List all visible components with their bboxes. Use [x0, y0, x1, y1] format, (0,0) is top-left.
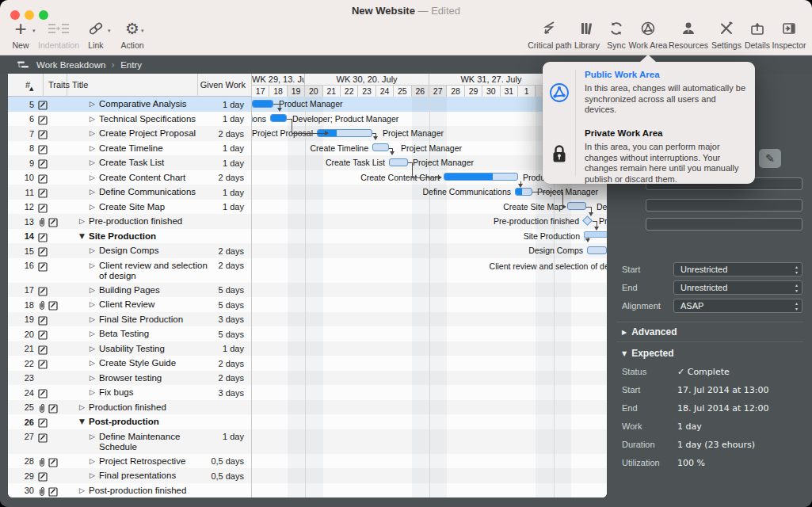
dependency-arrow-icon	[390, 151, 395, 155]
day-header-cell: 30	[482, 86, 500, 97]
app-window: New Website — Edited + ▾ New Indentation…	[0, 0, 812, 507]
resources-button[interactable]: Resources	[665, 19, 712, 51]
disclosure-collapsed-icon[interactable]: ▷	[90, 374, 95, 382]
row-title: Post-production	[89, 417, 159, 428]
edit-note-button[interactable]: ✎	[759, 149, 781, 168]
note-icon[interactable]	[38, 432, 48, 446]
end-dropdown[interactable]: Unrestricted ▴▾	[673, 280, 802, 295]
gantt-milestone[interactable]	[582, 215, 593, 226]
row-number: 30	[10, 486, 34, 495]
inspector-field-3[interactable]	[646, 218, 802, 231]
gantt-bar[interactable]	[372, 143, 389, 151]
disclosure-collapsed-icon[interactable]: ▷	[90, 115, 95, 123]
disclosure-expanded-icon[interactable]: ▼	[79, 232, 85, 240]
day-header-cell: 28	[447, 86, 464, 97]
start-dropdown[interactable]: Unrestricted ▴▾	[673, 262, 802, 276]
attachment-icon[interactable]	[38, 486, 47, 498]
gantt-bar[interactable]	[270, 114, 287, 122]
gantt-bar[interactable]	[444, 173, 518, 181]
row-given-work: 3 days	[198, 388, 244, 398]
table-gantt-divider[interactable]	[251, 74, 252, 497]
inspector-button[interactable]: Inspector	[768, 19, 810, 51]
gantt-group-bar[interactable]	[584, 231, 607, 238]
settings-button[interactable]: Settings	[707, 19, 745, 51]
disclosure-collapsed-icon[interactable]: ▷	[90, 433, 95, 440]
column-header-given-work[interactable]: Given Work	[198, 74, 251, 97]
day-header-cell: 27	[429, 86, 447, 97]
link-button[interactable]: ▾ Link	[79, 19, 112, 51]
gantt-bar[interactable]	[567, 202, 586, 210]
disclosure-collapsed-icon[interactable]: ▷	[90, 129, 95, 137]
expected-section-header[interactable]: ▼Expected	[622, 348, 674, 359]
new-button[interactable]: + ▾ New	[3, 19, 38, 51]
row-title: Create Content Chart	[99, 173, 185, 184]
disclosure-collapsed-icon[interactable]: ▷	[90, 330, 95, 337]
gantt-bar[interactable]	[389, 158, 408, 166]
row-title: Client review and selectionof design	[99, 261, 208, 282]
weekend-shading	[288, 97, 305, 497]
disclosure-collapsed-icon[interactable]: ▷	[90, 173, 95, 181]
disclosure-collapsed-icon[interactable]: ▷	[90, 158, 95, 166]
gantt-bar[interactable]	[252, 100, 273, 108]
disclosure-collapsed-icon[interactable]: ▷	[90, 457, 95, 465]
inspector-field-2[interactable]	[646, 199, 802, 212]
row-number: 7	[10, 129, 34, 139]
disclosure-collapsed-icon[interactable]: ▷	[79, 486, 85, 494]
note-icon[interactable]	[48, 486, 58, 498]
weekend-shading	[412, 97, 429, 497]
disclosure-expanded-icon[interactable]: ▼	[79, 417, 85, 425]
library-icon	[579, 20, 595, 37]
row-number: 27	[10, 432, 34, 441]
day-header-cell: 20	[305, 86, 322, 97]
row-number: 22	[10, 359, 34, 368]
row-number: 9	[10, 158, 34, 168]
gantt-bar-progress	[253, 101, 273, 107]
disclosure-collapsed-icon[interactable]: ▷	[90, 261, 95, 269]
disclosure-collapsed-icon[interactable]: ▷	[90, 471, 95, 479]
disclosure-collapsed-icon[interactable]: ▷	[90, 100, 95, 108]
gantt-bar[interactable]	[515, 188, 532, 196]
action-button[interactable]: ⚙ ▾ Action	[112, 19, 152, 51]
disclosure-collapsed-icon[interactable]: ▷	[79, 403, 85, 411]
gantt-bar-progress	[444, 173, 493, 180]
dependency-arrow-icon	[373, 136, 378, 140]
disclosure-collapsed-icon[interactable]: ▷	[90, 315, 95, 323]
row-number: 5	[10, 100, 34, 109]
disclosure-collapsed-icon[interactable]: ▷	[90, 388, 95, 396]
row-traits	[38, 486, 58, 498]
library-button[interactable]: Library	[570, 19, 604, 51]
row-title: Building Pages	[99, 285, 160, 296]
disclosure-collapsed-icon[interactable]: ▷	[90, 246, 95, 254]
disclosure-collapsed-icon[interactable]: ▷	[90, 144, 95, 152]
critical-path-button[interactable]: Critical path	[524, 19, 575, 51]
expected-utilization-value: 100 %	[677, 458, 705, 468]
divider	[575, 70, 576, 176]
disclosure-collapsed-icon[interactable]: ▷	[90, 286, 95, 294]
row-given-work: 5 days	[198, 330, 244, 339]
row-number: 23	[10, 373, 34, 383]
disclosure-collapsed-icon[interactable]: ▷	[90, 359, 95, 367]
row-title: Create Timeline	[99, 143, 163, 154]
row-number: 8	[10, 143, 34, 153]
public-work-area-icon	[549, 82, 570, 103]
row-given-work: 1 day	[198, 188, 244, 197]
row-given-work: 3 days	[198, 314, 244, 324]
alignment-dropdown[interactable]: ASAP ▴▾	[673, 299, 802, 313]
note-icon[interactable]	[38, 261, 48, 275]
disclosure-collapsed-icon[interactable]: ▷	[79, 217, 85, 225]
row-title: Project Retrospective	[99, 456, 185, 467]
disclosure-collapsed-icon[interactable]: ▷	[90, 203, 95, 211]
disclosure-collapsed-icon[interactable]: ▷	[90, 188, 95, 196]
row-given-work: 5 days	[198, 300, 244, 310]
column-header-title[interactable]: Title	[67, 74, 198, 97]
advanced-section-header[interactable]: ▶Advanced	[622, 326, 677, 337]
disclosure-collapsed-icon[interactable]: ▷	[90, 345, 95, 353]
gantt-bar[interactable]	[587, 246, 607, 254]
indentation-button: Indentation	[35, 19, 82, 51]
column-header-traits[interactable]: Traits	[44, 74, 67, 97]
row-title: Create Project Proposal	[99, 128, 196, 139]
disclosure-collapsed-icon[interactable]: ▷	[90, 300, 95, 308]
breadcrumb-mode[interactable]: Entry	[120, 60, 142, 70]
column-header-number[interactable]: # ▲	[8, 74, 44, 97]
breadcrumb-view[interactable]: Work Breakdown	[36, 60, 105, 70]
